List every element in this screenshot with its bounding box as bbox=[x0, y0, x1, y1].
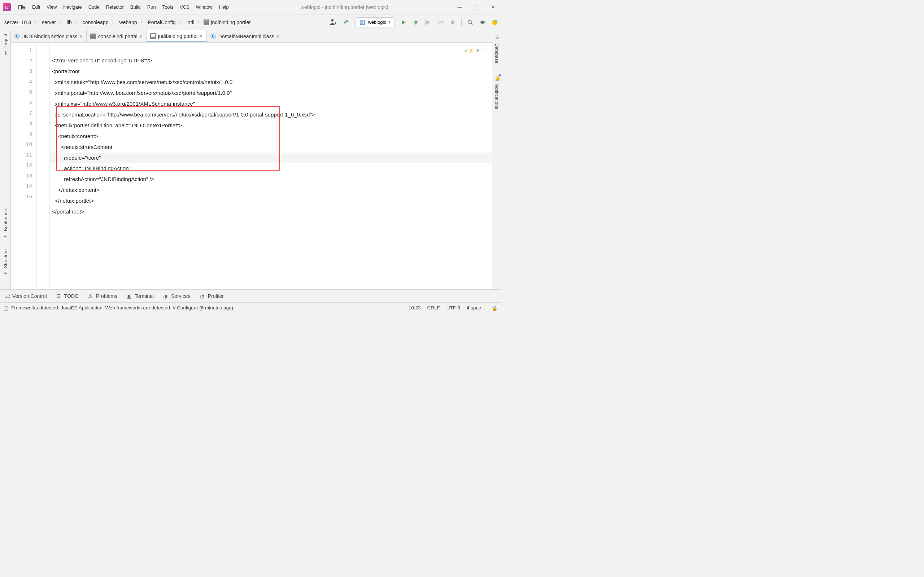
svg-point-5 bbox=[468, 20, 472, 23]
run-config-icon bbox=[359, 19, 366, 26]
status-cursor[interactable]: 10:23 bbox=[409, 305, 421, 311]
editor-tab-active[interactable]: jndibinding.portlet× bbox=[147, 30, 207, 42]
titlebar: IJ File Edit View Navigate Code Refactor… bbox=[0, 0, 501, 15]
file-icon bbox=[90, 34, 96, 39]
status-right: 10:23 CRLF UTF-8 4 spac... 🔒 bbox=[409, 305, 498, 311]
breadcrumb: server_10.3〉 server〉 lib〉 consoleapp〉 we… bbox=[3, 19, 326, 26]
breadcrumb-item[interactable]: jndi bbox=[185, 19, 196, 26]
terminal-icon: ▣ bbox=[127, 293, 132, 299]
tool-problems[interactable]: ⚠Problems bbox=[88, 293, 117, 299]
left-tool-stripe: ▮Project ✦Bookmarks ☰Structure bbox=[0, 30, 11, 289]
code-with-me-icon[interactable] bbox=[328, 18, 338, 27]
search-icon[interactable] bbox=[467, 19, 474, 26]
chevron-down-icon[interactable]: ˇ bbox=[487, 45, 488, 56]
code-line-current: module="/core" bbox=[50, 153, 492, 163]
breadcrumb-item-current[interactable]: jndibinding.portlet bbox=[204, 19, 250, 25]
tool-version-control[interactable]: ⎇Version Control bbox=[4, 293, 47, 299]
tool-notifications[interactable]: 🔔Notifications bbox=[494, 73, 500, 111]
breadcrumb-item[interactable]: PortalConfig bbox=[147, 19, 177, 26]
svg-point-0 bbox=[331, 19, 334, 22]
code-area[interactable]: <?xml version="1.0" encoding="UTF-8"?> <… bbox=[50, 43, 492, 289]
tool-window-toggle-icon[interactable]: ▢ bbox=[3, 305, 8, 311]
status-line-sep[interactable]: CRLF bbox=[427, 305, 439, 311]
tool-structure[interactable]: ☰Structure bbox=[3, 247, 8, 279]
tabs-more-icon[interactable]: ⋮ bbox=[480, 30, 492, 42]
status-encoding[interactable]: UTF-8 bbox=[446, 305, 460, 311]
menu-refactor[interactable]: Refactor bbox=[103, 3, 127, 11]
bell-icon: 🔔 bbox=[494, 75, 500, 82]
breadcrumb-item[interactable]: lib bbox=[65, 19, 73, 26]
menu-view[interactable]: View bbox=[44, 3, 60, 11]
app-icon: IJ bbox=[3, 3, 11, 11]
code-line: </netuix:portlet> bbox=[52, 198, 94, 204]
menu-file[interactable]: File bbox=[15, 3, 29, 11]
profile-icon[interactable]: ▾ bbox=[437, 19, 444, 26]
code-line: </portal:root> bbox=[52, 208, 84, 214]
branch-icon: ⎇ bbox=[4, 293, 10, 299]
breadcrumb-item[interactable]: webapp bbox=[118, 19, 138, 26]
tool-database[interactable]: ☰Database bbox=[494, 32, 500, 66]
svg-point-2 bbox=[414, 21, 417, 24]
breadcrumb-item[interactable]: server bbox=[40, 19, 57, 26]
code-line: <?xml version="1.0" encoding="UTF-8"?> bbox=[52, 57, 152, 63]
inspection-count: 6 bbox=[477, 45, 479, 56]
fold-gutter bbox=[37, 43, 50, 289]
chevron-right-icon: 〉 bbox=[34, 19, 39, 26]
tool-terminal[interactable]: ▣Terminal bbox=[127, 293, 154, 299]
check-icon: ✔⚡ bbox=[464, 45, 474, 56]
editor[interactable]: 123456789101112131415 <?xml version="1.0… bbox=[11, 43, 492, 289]
status-message[interactable]: ▢ Frameworks detected: JavaEE Applicatio… bbox=[3, 305, 405, 311]
list-icon: ☲ bbox=[56, 293, 62, 299]
stop-icon[interactable] bbox=[449, 19, 456, 26]
file-icon bbox=[150, 33, 156, 39]
build-icon[interactable] bbox=[343, 19, 350, 26]
editor-tab[interactable]: CDomainMBeanImpl.class× bbox=[207, 30, 283, 42]
close-icon[interactable]: × bbox=[140, 34, 142, 39]
gear-icon[interactable] bbox=[479, 19, 486, 26]
status-indent[interactable]: 4 spac... bbox=[467, 305, 485, 311]
code-line: <portal:root bbox=[52, 68, 79, 74]
close-icon[interactable]: × bbox=[200, 33, 203, 39]
menu-code[interactable]: Code bbox=[86, 3, 102, 11]
code-line: refreshAction="JNDIBindingAction" /> bbox=[52, 176, 154, 182]
menu-vcs[interactable]: VCS bbox=[177, 3, 192, 11]
class-icon: C bbox=[15, 34, 20, 39]
run-config-selector[interactable]: weblogic ▾ bbox=[355, 17, 395, 27]
file-icon bbox=[204, 19, 209, 25]
tool-bookmarks[interactable]: ✦Bookmarks bbox=[3, 206, 8, 241]
menu-tools[interactable]: Tools bbox=[160, 3, 176, 11]
close-button[interactable]: ✕ bbox=[491, 5, 496, 10]
chevron-up-icon[interactable]: ˆ bbox=[482, 45, 484, 56]
close-icon[interactable]: × bbox=[276, 34, 279, 39]
editor-tab[interactable]: CJNDIBindingAction.class× bbox=[11, 30, 87, 42]
tool-project[interactable]: ▮Project bbox=[3, 32, 8, 58]
debug-icon[interactable] bbox=[412, 19, 419, 26]
tool-todo[interactable]: ☲TODO bbox=[56, 293, 79, 299]
lock-icon[interactable]: 🔒 bbox=[492, 305, 498, 311]
code-line: xmlns:portal="http://www.bea.com/servers… bbox=[52, 90, 232, 96]
inspection-widget[interactable]: ✔⚡ 6 ˆ ˇ bbox=[464, 45, 488, 56]
menu-window[interactable]: Window bbox=[193, 3, 215, 11]
code-line: action="JNDIBindingAction" bbox=[52, 165, 131, 171]
editor-tab[interactable]: consolejndi.portal× bbox=[87, 30, 147, 42]
breadcrumb-item[interactable]: consoleapp bbox=[81, 19, 110, 26]
ide-logo-icon[interactable] bbox=[491, 19, 498, 26]
menu-edit[interactable]: Edit bbox=[29, 3, 43, 11]
structure-icon: ☰ bbox=[3, 271, 8, 276]
notification-dot-icon bbox=[499, 74, 501, 76]
close-icon[interactable]: × bbox=[80, 34, 82, 39]
tool-profiler[interactable]: ◔Profiler bbox=[200, 293, 224, 299]
run-icon[interactable] bbox=[400, 19, 407, 26]
menu-build[interactable]: Build bbox=[128, 3, 144, 11]
status-bar: ▢ Frameworks detected: JavaEE Applicatio… bbox=[0, 302, 501, 313]
breadcrumb-item[interactable]: server_10.3 bbox=[3, 19, 32, 26]
menu-help[interactable]: Help bbox=[216, 3, 232, 11]
coverage-icon[interactable] bbox=[425, 19, 432, 26]
maximize-button[interactable]: ▢ bbox=[474, 5, 479, 10]
minimize-button[interactable]: — bbox=[457, 5, 462, 10]
window-title: weblogic - jndibinding.portlet [weblogic… bbox=[232, 4, 457, 10]
menu-run[interactable]: Run bbox=[144, 3, 159, 11]
tool-services[interactable]: ◑Services bbox=[163, 293, 191, 299]
menu-navigate[interactable]: Navigate bbox=[60, 3, 84, 11]
toolbar-actions: weblogic ▾ ▾ bbox=[328, 17, 498, 27]
